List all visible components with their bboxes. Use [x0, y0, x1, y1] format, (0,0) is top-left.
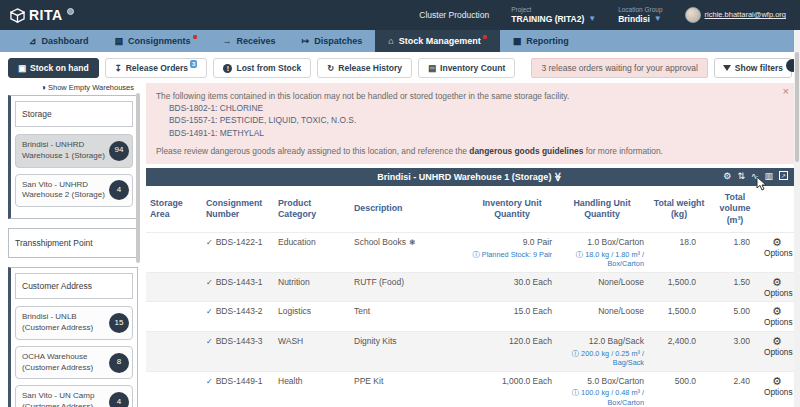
- col-consignment-number[interactable]: Consignment Number: [202, 186, 274, 233]
- tab-lost-from-stock[interactable]: !Lost from Stock: [213, 58, 311, 78]
- nav-reporting[interactable]: ▦Reporting: [500, 30, 582, 52]
- location-group-dropdown[interactable]: Location Group Brindisi▼: [618, 6, 662, 24]
- nav-consignments[interactable]: ▤Consignments: [102, 30, 210, 52]
- sidebar-group-transshipment-point: Transshipment Point: [8, 228, 138, 258]
- gear-icon[interactable]: ⚙: [764, 376, 790, 387]
- table-row[interactable]: ✓BDS-1422-1 Education School Books❄ 9.0 …: [146, 233, 794, 273]
- app-logo[interactable]: RITA: [10, 7, 74, 23]
- toggle-icon: ◑: [41, 83, 46, 92]
- handling-unit-qty: 12.0 Bag/Sack: [589, 336, 644, 346]
- sidebar-item-brindisi-unlb[interactable]: Brindisi - UNLB (Customer Address)15: [15, 306, 133, 340]
- dashboard-icon: ⊿: [29, 36, 37, 46]
- total-weight: 1,500.0: [648, 272, 710, 302]
- sidebar-group-storage: Storage Brindisi - UNHRD Warehouse 1 (St…: [8, 95, 138, 219]
- gear-icon[interactable]: ⚙: [764, 306, 790, 317]
- sidebar-item-sanvito-un-camp[interactable]: San Vito - UN Camp (Customer Address)4: [15, 385, 133, 407]
- alert-item: BDS-1802-1: CHLORINE: [169, 102, 778, 114]
- dangerous-goods-guidelines-link[interactable]: dangerous goods guidelines: [469, 146, 583, 156]
- consignment-number: BDS-1443-3: [216, 336, 263, 346]
- table-row[interactable]: ✓BDS-1449-1 Health PPE Kit 1,000.0 Each …: [146, 371, 794, 407]
- nav-receives[interactable]: →Receives: [210, 30, 289, 52]
- environment-label: Cluster Production: [419, 10, 489, 20]
- col-inventory-unit-qty[interactable]: Inventory Unit Quantity: [468, 186, 556, 233]
- collapse-chevrons-icon: ≫: [553, 172, 563, 181]
- planned-stock-note: ⓘ Planned Stock: 9 Pair: [472, 250, 552, 259]
- lost-from-stock-icon: !: [223, 64, 232, 73]
- count-badge: 8: [109, 353, 129, 373]
- table-row[interactable]: ✓BDS-1443-1 Nutrition RUTF (Food) 30.0 E…: [146, 272, 794, 302]
- chart-icon[interactable]: ∿: [751, 171, 759, 181]
- main-content: The following items contained in this lo…: [138, 83, 800, 407]
- total-volume: 1.80: [710, 233, 760, 273]
- gear-icon[interactable]: ⚙: [723, 171, 731, 181]
- options-button[interactable]: Options: [764, 288, 793, 298]
- col-storage-area[interactable]: Storage Area: [146, 186, 202, 233]
- inventory-count-icon: ▤: [428, 63, 436, 73]
- description: School Books: [354, 237, 406, 247]
- table-header-row: Storage Area Consignment Number Product …: [146, 186, 794, 233]
- gear-icon[interactable]: ⚙: [764, 336, 790, 347]
- app-title: RITA: [29, 7, 63, 23]
- scrollbar-thumb[interactable]: [795, 52, 799, 162]
- alert-line1: The following items contained in this lo…: [156, 90, 778, 102]
- inventory-unit-qty: 9.0 Pair: [523, 237, 552, 247]
- col-total-weight[interactable]: Total weight (kg): [648, 186, 710, 233]
- warehouse-sidebar: ◑ Show Empty Warehouses Storage Brindisi…: [0, 83, 138, 407]
- options-button[interactable]: Options: [764, 248, 793, 258]
- check-icon: ✓: [206, 377, 213, 386]
- release-orders-count-badge: 3: [190, 60, 197, 68]
- tab-release-orders[interactable]: ↧Release Orders3: [105, 58, 208, 78]
- table-row[interactable]: ✓BDS-1443-2 Logistics Tent 15.0 Each Non…: [146, 302, 794, 332]
- check-icon: ✓: [206, 337, 213, 346]
- project-label: Project: [511, 6, 596, 14]
- description: PPE Kit: [350, 371, 468, 407]
- warehouse-title-bar[interactable]: Brindisi - UNHRD Warehouse 1 (Storage)≫ …: [146, 168, 794, 186]
- sidebar-item-ocha-warehouse[interactable]: OCHA Warehouse (Customer Address)8: [15, 346, 133, 380]
- alert-item: BDS-1557-1: PESTICIDE, LIQUID, TOXIC, N.…: [169, 114, 778, 126]
- sidebar-item-sanvito-unhrd-wh2[interactable]: San Vito - UNHRD Warehouse 2 (Storage)4: [15, 174, 133, 208]
- tab-inventory-count[interactable]: ▤Inventory Count: [418, 58, 515, 78]
- tab-release-history[interactable]: ↻Release History: [317, 58, 412, 78]
- col-handling-unit-qty[interactable]: Handling Unit Quantity: [556, 186, 648, 233]
- show-empty-warehouses-toggle[interactable]: ◑ Show Empty Warehouses: [8, 83, 138, 95]
- filter-icon: [723, 65, 731, 71]
- avatar: [685, 7, 701, 23]
- project-dropdown[interactable]: Project TRAINING (RITA2)▼: [511, 6, 596, 24]
- user-menu[interactable]: richie.bhattarai@wfp.org: [685, 7, 786, 23]
- total-weight: 1,500.0: [648, 302, 710, 332]
- gear-icon[interactable]: ⚙: [764, 277, 790, 288]
- col-description[interactable]: Description: [350, 186, 468, 233]
- options-button[interactable]: Options: [764, 387, 793, 397]
- consignment-number: BDS-1443-1: [216, 277, 263, 287]
- product-category: Education: [274, 233, 350, 273]
- sidebar-item-brindisi-unhrd-wh1[interactable]: Brindisi - UNHRD Warehouse 1 (Storage)94: [15, 134, 133, 168]
- total-volume: 2.40: [710, 371, 760, 407]
- nav-dashboard[interactable]: ⊿Dashboard: [16, 30, 102, 52]
- check-icon: ✓: [206, 238, 213, 247]
- close-icon[interactable]: ×: [783, 84, 789, 100]
- columns-icon[interactable]: ▥: [764, 171, 773, 181]
- col-product-category[interactable]: Product Category: [274, 186, 350, 233]
- page-scrollbar[interactable]: [794, 30, 800, 407]
- release-orders-icon: ↧: [115, 63, 122, 73]
- nav-dispatches[interactable]: ↦Dispatches: [289, 30, 376, 52]
- table-row[interactable]: ✓BDS-1443-3 WASH Dignity Kits 120.0 Each…: [146, 332, 794, 372]
- inventory-unit-qty: 1,000.0 Each: [468, 371, 556, 407]
- product-category: WASH: [274, 332, 350, 372]
- show-filters-button[interactable]: Show filters: [714, 58, 792, 78]
- inventory-unit-qty: 15.0 Each: [468, 302, 556, 332]
- gear-icon[interactable]: ⚙: [764, 237, 790, 248]
- receives-icon: →: [223, 36, 232, 46]
- sort-icon[interactable]: ⇅: [737, 171, 745, 181]
- external-link-icon[interactable]: ↗: [779, 171, 788, 180]
- nav-stock-management[interactable]: ⌂Stock Management: [375, 30, 499, 52]
- tab-stock-on-hand[interactable]: ▣Stock on hand: [8, 58, 99, 78]
- col-total-volume[interactable]: Total volume (m³): [710, 186, 760, 233]
- location-group-value: Brindisi: [618, 14, 650, 24]
- group-title: Storage: [15, 101, 133, 127]
- options-button[interactable]: Options: [764, 317, 793, 327]
- total-weight: 18.0: [648, 233, 710, 273]
- options-button[interactable]: Options: [764, 347, 793, 357]
- release-history-icon: ↻: [327, 63, 334, 73]
- product-category: Logistics: [274, 302, 350, 332]
